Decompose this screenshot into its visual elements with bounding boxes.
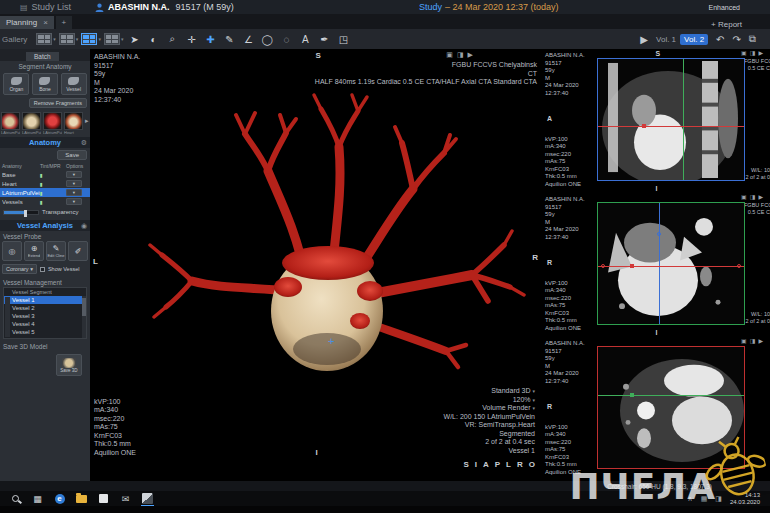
layout-main-plus-stack-button[interactable]: [81, 33, 97, 45]
vessel-list-scrollbar[interactable]: [82, 296, 86, 338]
caret-icon[interactable]: ▾: [53, 36, 56, 42]
taskbar-explorer-button[interactable]: [75, 493, 88, 505]
orient-l-button[interactable]: L: [506, 460, 511, 469]
tab-close-icon[interactable]: ×: [43, 18, 48, 27]
vessel-list-item[interactable]: Vessel 2: [4, 304, 86, 312]
batch-tab[interactable]: Batch: [26, 52, 59, 61]
crosshair-tool-icon[interactable]: ✚: [202, 34, 218, 45]
reference-line-handle[interactable]: [737, 264, 741, 268]
ellipse-tool-icon[interactable]: ◯: [259, 34, 275, 45]
pen-tool-icon[interactable]: ✒: [316, 34, 332, 45]
reference-line-handle[interactable]: [642, 124, 646, 128]
redo-icon[interactable]: ↷: [732, 34, 740, 45]
tray-chevron-icon[interactable]: ∧: [688, 495, 695, 503]
edit-contour-button[interactable]: ✐: [68, 241, 88, 261]
reference-line-horizontal[interactable]: [598, 126, 744, 127]
orient-a-button[interactable]: A: [483, 460, 489, 469]
viewport-action-icons[interactable]: ▣◨▶: [446, 51, 477, 59]
remove-fragments-button[interactable]: Remove Fragments: [29, 98, 87, 108]
options-dropdown[interactable]: ▾: [66, 171, 82, 178]
axial-slice-image[interactable]: [597, 346, 745, 469]
vessel-list-item[interactable]: Vessel 5: [4, 328, 86, 336]
orient-r-button[interactable]: R: [517, 460, 523, 469]
undo-icon[interactable]: ↶: [716, 34, 724, 45]
gallery-thumbnail[interactable]: [43, 112, 62, 130]
mpr-viewport-oblique[interactable]: ▣◨▶ ABASHIN N.A.91517 59yM 24 Mar 202012…: [541, 193, 770, 337]
save-3d-button[interactable]: Save 3D: [56, 354, 82, 376]
anatomy-row-heart[interactable]: Heart ▮ ▾: [0, 179, 90, 188]
caret-icon[interactable]: ▾: [76, 36, 79, 42]
vessel-list-item[interactable]: Vessel 4: [4, 320, 86, 328]
export-icon[interactable]: ⧉: [749, 33, 756, 45]
caret-icon[interactable]: ▾: [121, 36, 124, 42]
reference-line-horizontal[interactable]: [598, 266, 744, 267]
taskbar-search-button[interactable]: [9, 493, 22, 505]
anatomy-row-base[interactable]: Base ▮ ▾: [0, 170, 90, 179]
layout-2x2-button[interactable]: [59, 33, 75, 45]
crop-tool-icon[interactable]: ◳: [335, 34, 351, 45]
gallery-thumbnail[interactable]: [22, 112, 41, 130]
taskbar-taskview-button[interactable]: ▦: [31, 493, 44, 505]
vol2-button-active[interactable]: Vol. 2: [680, 34, 708, 45]
vessel-list-item[interactable]: Vessel 1: [4, 296, 86, 304]
show-vessel-checkbox[interactable]: [40, 267, 45, 272]
text-tool-icon[interactable]: A: [297, 34, 313, 45]
anatomy-section-header[interactable]: Anatomy ⚙: [0, 137, 90, 148]
study-link[interactable]: Study: [419, 2, 442, 12]
zoom-level-dropdown[interactable]: 120% ▾: [444, 396, 535, 405]
taskbar-clock[interactable]: 14:13 24.03.2020: [730, 492, 760, 506]
taskbar-mail-button[interactable]: ✉: [119, 493, 132, 505]
coronal-slice-image[interactable]: [597, 58, 745, 181]
taskbar-edge-button[interactable]: e: [53, 493, 66, 505]
orient-i-button[interactable]: I: [475, 460, 477, 469]
render-type-dropdown[interactable]: Volume Render ▾: [444, 404, 535, 413]
anatomy-row-latriumpulvein[interactable]: LAtriumPulVein ▮ ▾: [0, 188, 90, 197]
vessel-list-item[interactable]: Vessel 3: [4, 312, 86, 320]
anatomy-row-vessels[interactable]: Vessels ▮ ▾: [0, 197, 90, 206]
gallery-next-icon[interactable]: ▸: [85, 117, 89, 125]
taskbar-active-app-button[interactable]: [141, 493, 154, 505]
add-tab-button[interactable]: +: [56, 16, 72, 29]
edit-cline-button[interactable]: ✎ Edit Cline: [46, 241, 66, 261]
ruler-tool-icon[interactable]: ✎: [221, 34, 237, 45]
gallery-thumbnail[interactable]: [64, 112, 83, 130]
organ-button[interactable]: Organ: [3, 73, 29, 95]
bone-button[interactable]: Bone: [32, 73, 58, 95]
vessel-type-dropdown[interactable]: Coronary ▾: [2, 264, 37, 274]
angle-tool-icon[interactable]: ∠: [240, 34, 256, 45]
vessel-analysis-section-header[interactable]: Vessel Analysis ◉: [0, 220, 90, 231]
save-button[interactable]: Save: [57, 150, 87, 160]
zoom-tool-icon[interactable]: ⌕: [164, 33, 180, 45]
gear-icon[interactable]: ⚙: [81, 139, 87, 147]
tint-checkbox[interactable]: ▮: [40, 172, 66, 178]
orient-p-button[interactable]: P: [495, 460, 500, 469]
tray-network-icon[interactable]: ▦: [701, 495, 710, 503]
extend-button[interactable]: ⊕ Extend: [24, 241, 44, 261]
viewport-action-icons[interactable]: ▣◨▶: [741, 49, 766, 56]
pan-tool-icon[interactable]: ✛: [183, 34, 199, 45]
info-icon[interactable]: ◉: [81, 222, 87, 230]
oblique-slice-image[interactable]: [597, 202, 745, 325]
mpr-viewport-coronal[interactable]: ▣◨▶ ABASHIN N.A.91517 59yM 24 Mar 202012…: [541, 49, 770, 193]
orient-o-button[interactable]: O: [529, 460, 535, 469]
mpr-viewport-axial[interactable]: ▣◨▶ ABASHIN N.A.91517 59yM 24 Mar 202012…: [541, 337, 770, 481]
reference-line-handle[interactable]: [630, 393, 634, 397]
vessel-probe-button[interactable]: ◎: [2, 241, 22, 261]
tab-planning[interactable]: Planning ×: [0, 16, 54, 29]
tray-volume-icon[interactable]: ◨: [715, 495, 724, 503]
viewport-action-icons[interactable]: ▣◨▶: [741, 193, 766, 200]
gallery-thumbnail[interactable]: [1, 112, 20, 130]
pointer-tool-icon[interactable]: ➤: [126, 34, 142, 45]
render-mode-dropdown[interactable]: Standard 3D ▾: [444, 387, 535, 396]
reference-line-vertical[interactable]: [659, 203, 660, 324]
options-dropdown[interactable]: ▾: [66, 189, 82, 196]
windowing-tool-icon[interactable]: ◐: [145, 34, 161, 45]
vessel-button[interactable]: Vessel: [61, 73, 87, 95]
main-3d-viewport[interactable]: ABASHIN N.A.91517 59yM 24 Mar 202012:37:…: [90, 49, 541, 481]
study-list-button[interactable]: Study List: [32, 2, 72, 12]
reference-line-handle[interactable]: [630, 264, 634, 268]
reference-line-handle[interactable]: [601, 264, 605, 268]
viewport-action-icons[interactable]: ▣◨▶: [741, 337, 766, 344]
caret-icon[interactable]: ▾: [98, 36, 101, 42]
freehand-tool-icon[interactable]: ◌: [278, 34, 294, 45]
